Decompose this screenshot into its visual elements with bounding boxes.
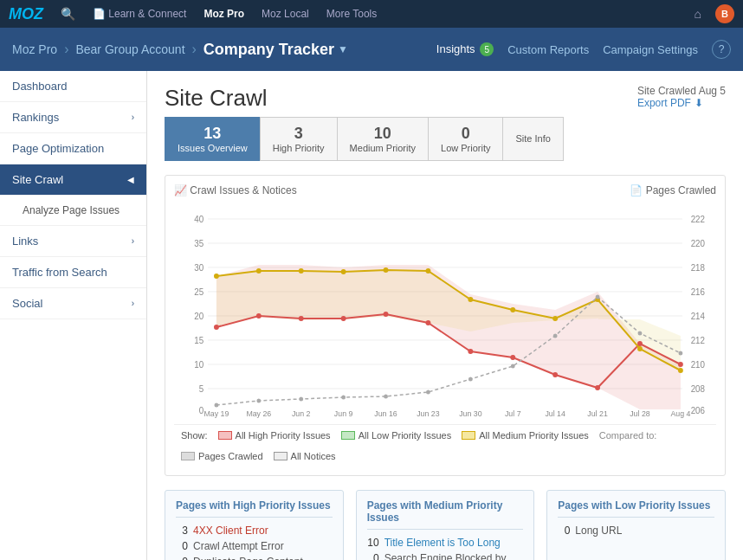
top-nav-mozlocal[interactable]: Moz Local: [262, 8, 309, 20]
sec-nav-sep2: ›: [192, 42, 197, 57]
issue-label-crawl: Crawl Attempt Error: [193, 540, 284, 552]
top-nav-mozpro[interactable]: Moz Pro: [204, 8, 244, 20]
svg-point-56: [341, 269, 346, 274]
top-nav-moretools[interactable]: More Tools: [326, 8, 377, 20]
legend-medium-priority[interactable]: All Medium Priority Issues: [462, 430, 589, 441]
sidebar-item-links[interactable]: Links ›: [0, 226, 146, 257]
svg-text:May 19: May 19: [204, 409, 229, 418]
svg-point-52: [678, 362, 683, 367]
active-indicator-icon: ◀: [127, 175, 134, 184]
svg-text:15: 15: [194, 336, 204, 345]
legend-medium-priority-color: [462, 431, 475, 440]
chart-left-label: 📈 Crawl Issues & Notices: [174, 184, 297, 196]
page-meta: Site Crawled Aug 5 Export PDF ⬇: [637, 85, 726, 109]
sec-nav-custom-reports[interactable]: Custom Reports: [507, 43, 589, 56]
svg-text:206: 206: [691, 406, 706, 415]
svg-text:25: 25: [194, 287, 204, 297]
svg-point-55: [299, 268, 304, 274]
issue-count: 0: [558, 525, 570, 537]
home-icon[interactable]: ⌂: [695, 7, 701, 21]
svg-point-74: [596, 295, 600, 299]
svg-text:Jun 23: Jun 23: [417, 409, 439, 418]
legend-low-priority-color: [341, 431, 355, 440]
issue-label-robots: Search Engine Blocked by robots.txt: [384, 552, 524, 560]
user-avatar[interactable]: B: [715, 4, 734, 23]
sidebar-item-site-crawl[interactable]: Site Crawl ◀: [0, 164, 146, 196]
svg-text:210: 210: [691, 360, 706, 370]
svg-point-42: [256, 313, 262, 319]
tab-issues-overview[interactable]: 13 Issues Overview: [165, 117, 261, 161]
top-bar-right: ⌂ B: [695, 4, 734, 23]
tab-medium-priority[interactable]: 10 Medium Priority: [337, 117, 429, 161]
svg-text:40: 40: [194, 215, 204, 224]
sec-nav-insights[interactable]: Insights 5: [436, 42, 494, 57]
tab-low-priority[interactable]: 0 Low Priority: [428, 117, 503, 161]
sidebar-item-social[interactable]: Social ›: [0, 288, 146, 319]
legend-all-notices[interactable]: All Notices: [274, 451, 336, 461]
svg-point-63: [637, 346, 643, 351]
svg-text:Jul 7: Jul 7: [505, 409, 521, 418]
tab-high-priority[interactable]: 3 High Priority: [260, 117, 338, 161]
svg-point-73: [553, 334, 558, 338]
issue-link-4xx[interactable]: 4XX Client Error: [193, 525, 268, 537]
issue-count: 10: [367, 537, 379, 549]
show-label: Show:: [181, 430, 208, 441]
svg-point-43: [299, 316, 304, 321]
issues-panels: Pages with High Priority Issues 3 4XX Cl…: [165, 490, 726, 560]
svg-text:208: 208: [691, 384, 706, 394]
search-icon[interactable]: 🔍: [61, 7, 75, 21]
svg-text:Jul 28: Jul 28: [630, 409, 650, 418]
low-priority-panel-title: Pages with Low Priority Issues: [558, 499, 714, 518]
chart-area: 📈 Crawl Issues & Notices 📄 Pages Crawled: [165, 175, 726, 476]
issue-count: 0: [176, 540, 188, 552]
sec-nav-campaign-settings[interactable]: Campaign Settings: [603, 43, 698, 56]
export-pdf-button[interactable]: Export PDF ⬇: [637, 97, 726, 109]
svg-text:Aug 4: Aug 4: [670, 409, 690, 418]
sec-nav-account: Bear Group Account: [75, 42, 184, 56]
legend-pages-crawled[interactable]: Pages Crawled: [181, 451, 263, 461]
svg-point-76: [678, 351, 682, 356]
help-icon[interactable]: ?: [712, 40, 731, 59]
svg-text:Jul 21: Jul 21: [587, 409, 608, 418]
page-header: Site Crawl Site Crawled Aug 5 Export PDF…: [165, 85, 726, 112]
chart-right-label: 📄 Pages Crawled: [630, 184, 716, 196]
svg-point-57: [384, 267, 389, 273]
issue-link-title-long[interactable]: Title Element is Too Long: [384, 537, 501, 549]
crawled-date: Site Crawled Aug 5: [637, 85, 726, 97]
svg-point-44: [341, 316, 346, 321]
insights-badge: 5: [480, 42, 494, 56]
sec-nav-right: Insights 5 Custom Reports Campaign Setti…: [436, 40, 731, 59]
legend-high-priority[interactable]: All High Priority Issues: [218, 430, 331, 441]
chart-legend: Show: All High Priority Issues All Low P…: [174, 424, 716, 467]
svg-text:218: 218: [691, 263, 706, 273]
issue-count: 0: [367, 552, 379, 560]
sidebar-item-analyze-page-issues[interactable]: Analyze Page Issues: [0, 196, 146, 226]
campaign-title[interactable]: Company Tracker ▼: [204, 41, 348, 59]
issue-count: 3: [176, 525, 188, 537]
low-priority-panel: Pages with Low Priority Issues 0 Long UR…: [546, 490, 726, 560]
svg-point-65: [214, 403, 218, 408]
chevron-right-icon-links: ›: [132, 236, 134, 246]
top-nav-learn[interactable]: 📄 Learn & Connect: [93, 8, 186, 20]
svg-point-47: [468, 349, 473, 354]
sidebar-item-page-optimization[interactable]: Page Optimization: [0, 133, 146, 164]
sidebar-item-dashboard[interactable]: Dashboard: [0, 71, 146, 102]
issue-row: 10 Title Element is Too Long: [367, 537, 524, 549]
sidebar-item-rankings[interactable]: Rankings ›: [0, 102, 146, 133]
svg-point-70: [426, 390, 430, 395]
issue-label-dup-content: Duplicate Page Content: [193, 556, 303, 560]
issue-label-long-url: Long URL: [575, 525, 622, 537]
svg-point-75: [638, 331, 643, 336]
tab-site-info[interactable]: Site Info: [502, 117, 563, 161]
svg-text:Jun 30: Jun 30: [459, 409, 481, 418]
svg-point-54: [256, 268, 262, 274]
svg-point-49: [552, 372, 558, 377]
svg-text:May 26: May 26: [246, 409, 271, 418]
page-title: Site Crawl: [165, 85, 267, 112]
svg-point-50: [595, 385, 600, 390]
chart-icon: 📈: [174, 184, 187, 196]
issue-row: 0 Long URL: [558, 525, 714, 537]
sidebar-item-traffic-from-search[interactable]: Traffic from Search: [0, 257, 146, 288]
download-icon: ⬇: [695, 97, 703, 109]
legend-low-priority[interactable]: All Low Priority Issues: [341, 430, 452, 441]
